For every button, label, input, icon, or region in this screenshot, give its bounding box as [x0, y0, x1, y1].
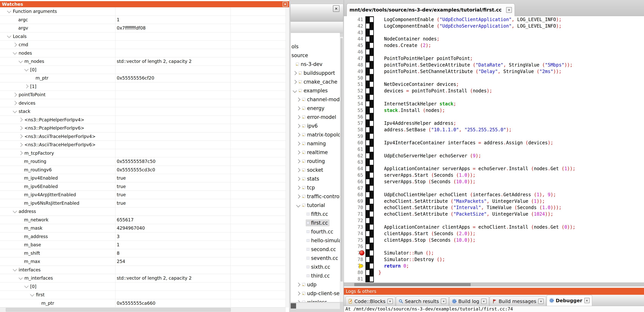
expand-icon[interactable] [296, 283, 300, 287]
close-icon[interactable] [388, 299, 393, 304]
watch-row[interactable]: m_routingv60x5555555cd3c0 [0, 166, 286, 174]
expand-icon[interactable] [296, 194, 300, 198]
line-number[interactable]: 42 [344, 23, 366, 29]
gutter-margin[interactable] [366, 250, 374, 256]
watch-row[interactable]: argc1 [0, 16, 286, 24]
line-number[interactable]: 75 [344, 237, 366, 243]
gutter-margin[interactable] [366, 133, 374, 140]
watch-row[interactable]: m_network655617 [0, 216, 286, 224]
gutter-margin[interactable] [366, 269, 374, 276]
expand-icon[interactable] [18, 126, 23, 130]
gutter-margin[interactable] [366, 230, 374, 237]
tree-item-fifth-cc[interactable]: fifth.cc [291, 210, 340, 218]
line-number[interactable]: 62 [344, 153, 366, 158]
scrollbar-thumb[interactable] [340, 38, 343, 282]
watch-row[interactable]: Function arguments [0, 7, 286, 16]
expand-icon[interactable] [296, 142, 300, 146]
watch-row[interactable]: <ns3::AsciiTraceHelperForIpv4> [0, 133, 286, 141]
watches-titlebar[interactable]: Watches [0, 1, 289, 7]
code-text[interactable]: Simulator::Destroy (); [374, 257, 445, 262]
expand-icon[interactable] [296, 300, 300, 302]
close-icon[interactable] [481, 299, 486, 304]
gutter-margin[interactable] [366, 198, 374, 204]
code-text[interactable]: echoClient.SetAttribute ("PacketSize", U… [374, 211, 553, 217]
watch-row[interactable]: [0] [0, 283, 286, 291]
gutter-margin[interactable] [366, 276, 374, 282]
tree-item-stats[interactable]: stats [291, 174, 340, 183]
line-number[interactable]: 68 [344, 192, 366, 197]
code-text[interactable]: UdpEchoClientHelper echoClient (interfac… [374, 192, 556, 197]
gutter-margin[interactable] [366, 211, 374, 217]
watch-row[interactable]: Locals [0, 32, 286, 41]
code-text[interactable]: address.SetBase ("10.1.1.0", "255.255.25… [374, 127, 512, 133]
tree-item-fourth-cc[interactable]: fourth.cc [291, 227, 340, 236]
breakpoint-icon[interactable] [359, 250, 364, 255]
gutter-margin[interactable] [366, 204, 374, 211]
collapse-icon[interactable] [7, 34, 11, 38]
gutter-margin[interactable] [366, 140, 374, 146]
expand-icon[interactable] [296, 177, 300, 181]
expand-icon[interactable] [18, 118, 23, 122]
gutter-margin[interactable] [366, 185, 374, 191]
gutter-margin[interactable] [366, 159, 374, 165]
gutter-margin[interactable] [366, 107, 374, 114]
watches-horizontal-scrollbar[interactable] [0, 307, 286, 312]
expand-icon[interactable] [296, 185, 300, 189]
code-text[interactable]: NetDeviceContainer devices; [374, 82, 459, 87]
tree-vertical-scrollbar[interactable] [340, 37, 343, 302]
tree-item-tutorial[interactable]: tutorial [291, 201, 340, 210]
line-number[interactable]: 45 [344, 43, 366, 48]
close-icon[interactable] [538, 299, 544, 304]
line-number[interactable]: 64 [344, 166, 366, 171]
tree-item-matrix-topology[interactable]: matrix-topology [291, 130, 340, 139]
watch-row[interactable]: [0] [0, 66, 286, 74]
gutter-margin[interactable] [366, 172, 374, 178]
watch-row[interactable]: <ns3::PcapHelperForIpv6> [0, 124, 286, 133]
watch-row[interactable]: <ns3::PcapHelperForIpv4> [0, 116, 286, 124]
line-number[interactable]: 48 [344, 62, 366, 68]
watch-row[interactable]: pointToPoint [0, 91, 286, 99]
line-number[interactable]: 46 [344, 49, 366, 55]
gutter-margin[interactable] [366, 237, 374, 243]
watch-row[interactable]: cmd [0, 41, 286, 49]
watch-row[interactable]: interfaces [0, 266, 286, 274]
tree-item-energy[interactable]: energy [291, 104, 340, 113]
watch-row[interactable]: [1] [0, 82, 286, 91]
tree-item-cmake-cache[interactable]: cmake_cache [291, 77, 340, 86]
line-number[interactable]: 69 [344, 198, 366, 204]
code-text[interactable]: serverApps.Stop (Seconds (10.0)); [374, 179, 476, 184]
tree-item-wireless[interactable]: wireless [291, 298, 340, 302]
expand-icon[interactable] [296, 106, 300, 110]
line-number[interactable]: 67 [344, 185, 366, 191]
code-text[interactable]: } [374, 270, 381, 275]
watch-row[interactable]: <ns3::AsciiTraceHelperForIpv6> [0, 141, 286, 149]
expand-icon[interactable] [293, 71, 297, 75]
line-number[interactable]: 43 [344, 30, 366, 35]
scrollbar-thumb[interactable] [291, 303, 296, 309]
gutter-margin[interactable] [366, 36, 374, 42]
line-number[interactable]: 50 [344, 75, 366, 81]
tree-item-source[interactable]: source [291, 51, 340, 60]
log-tab-debugger[interactable]: Debugger [547, 295, 592, 306]
collapse-icon[interactable] [296, 203, 300, 207]
close-icon[interactable] [333, 5, 340, 12]
gutter-margin[interactable] [366, 114, 374, 120]
gutter-margin[interactable] [366, 94, 374, 101]
gutter-margin[interactable] [366, 127, 374, 133]
gutter-margin[interactable] [366, 68, 374, 75]
scrollbar-thumb[interactable] [354, 283, 470, 286]
close-icon[interactable] [283, 2, 288, 7]
expand-icon[interactable] [13, 43, 17, 47]
line-number[interactable]: 61 [344, 147, 366, 152]
collapse-icon[interactable] [24, 67, 28, 71]
tree-item-ipv6[interactable]: ipv6 [291, 122, 340, 130]
gutter-margin[interactable] [366, 88, 374, 94]
log-tab-build-messages[interactable]: Build messages [490, 297, 546, 306]
line-number[interactable]: 54 [344, 101, 366, 107]
code-text[interactable]: devices = pointToPoint.Install (nodes); [374, 88, 492, 94]
tree-item-second-cc[interactable]: second.cc [291, 245, 340, 254]
tree-item-error-model[interactable]: error-model [291, 113, 340, 122]
watch-row[interactable]: m_ipv6NsRsJitterEnabledtrue [0, 199, 286, 208]
gutter-margin[interactable] [366, 256, 374, 263]
code-text[interactable]: clientApps.Stop (Seconds (10.0)); [374, 237, 476, 243]
